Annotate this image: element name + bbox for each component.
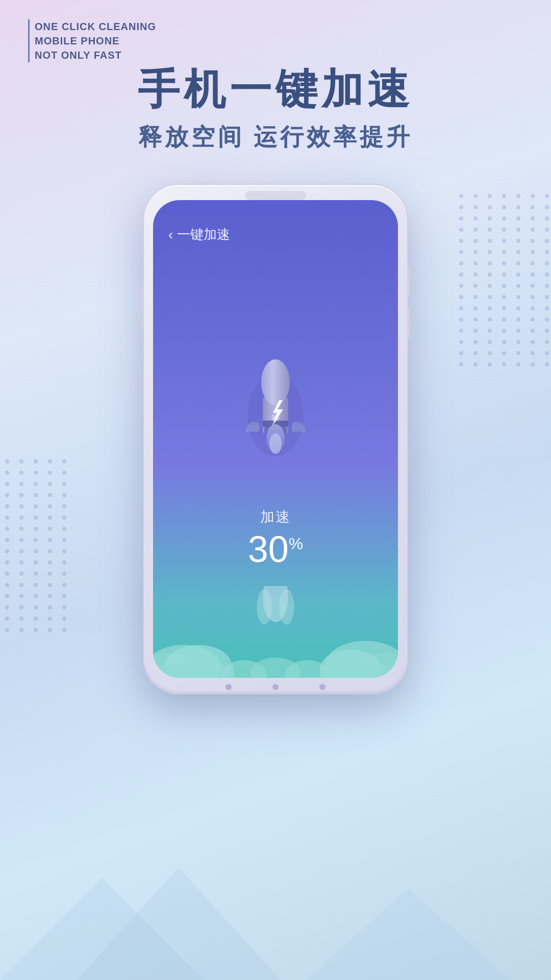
bg-bottom-shapes: [0, 827, 551, 980]
svg-point-27: [250, 657, 300, 678]
phone-button-left: [141, 287, 144, 328]
back-button[interactable]: ‹ 一键加速: [168, 226, 230, 243]
app-screen-title: 一键加速: [177, 226, 230, 243]
hero-title: 手机一键加速: [0, 66, 551, 112]
app-header: ‹ 一键加速: [153, 200, 398, 254]
svg-point-15: [257, 589, 272, 624]
progress-value: 30%: [248, 531, 304, 568]
branding-line1: ONE CLICK CLEANING: [35, 19, 156, 34]
phone-button-right-top: [407, 266, 410, 297]
bg-dots-right: [459, 194, 541, 357]
back-chevron-icon: ‹: [168, 227, 173, 243]
svg-point-16: [279, 589, 294, 624]
branding-line2: MOBILE PHONE: [35, 34, 156, 48]
svg-point-13: [269, 433, 282, 454]
branding-line3: NOT ONLY FAST: [35, 48, 156, 62]
indicator-dot-right: [319, 684, 325, 690]
indicator-dot-left: [226, 684, 232, 690]
progress-number: 30: [248, 529, 289, 570]
phone-notch: [245, 191, 306, 200]
indicator-dot-center: [272, 684, 279, 690]
hero-section: 手机一键加速 释放空间 运行效率提升: [0, 66, 551, 153]
phone-outer: ‹ 一键加速: [143, 184, 408, 694]
phone-button-right-bottom: [407, 307, 410, 338]
svg-rect-24: [320, 665, 398, 678]
progress-percent-symbol: %: [289, 534, 303, 553]
phone-mockup: ‹ 一键加速: [143, 184, 408, 694]
phone-indicator-dots: [144, 684, 407, 690]
hero-subtitle: 释放空间 运行效率提升: [0, 121, 551, 153]
svg-marker-2: [306, 888, 510, 980]
phone-screen: ‹ 一键加速: [153, 200, 398, 678]
progress-display: 加速 30%: [248, 507, 304, 568]
svg-point-5: [261, 359, 290, 405]
branding-block: ONE CLICK CLEANING MOBILE PHONE NOT ONLY…: [28, 19, 156, 62]
bg-dots-left: [5, 459, 66, 612]
rocket-illustration: [224, 344, 327, 477]
clouds-area: [153, 586, 398, 678]
progress-label: 加速: [248, 507, 304, 527]
app-content: ‹ 一键加速: [153, 200, 398, 678]
